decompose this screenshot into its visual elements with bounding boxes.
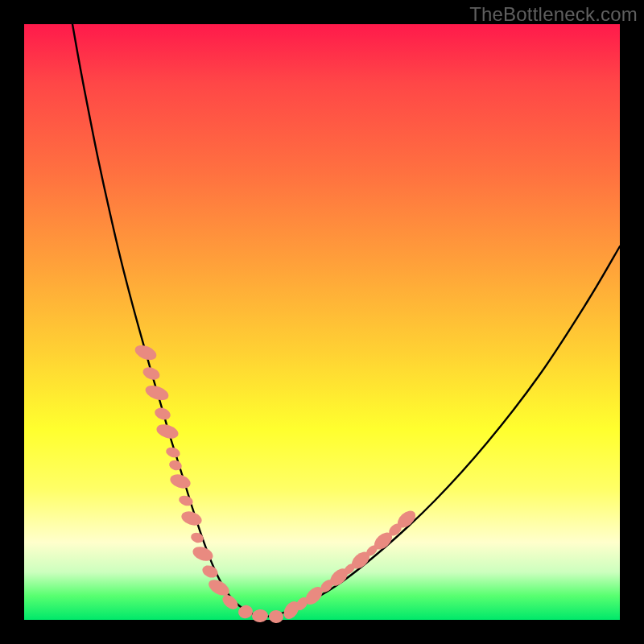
bead [190, 531, 205, 544]
bead [143, 382, 171, 402]
watermark-text: TheBottleneck.com [469, 3, 638, 26]
chart-plot-area [24, 24, 620, 620]
bead-group [133, 342, 419, 624]
bead [251, 609, 269, 623]
bead [200, 564, 220, 580]
bead [165, 446, 182, 460]
bead [153, 406, 172, 422]
chart-svg [24, 24, 620, 620]
chart-frame: TheBottleneck.com [0, 0, 644, 644]
bottleneck-curve [72, 24, 620, 617]
bead [141, 365, 162, 382]
bead [168, 472, 192, 490]
bead [133, 342, 159, 362]
bead [268, 609, 284, 624]
bead [180, 509, 204, 527]
